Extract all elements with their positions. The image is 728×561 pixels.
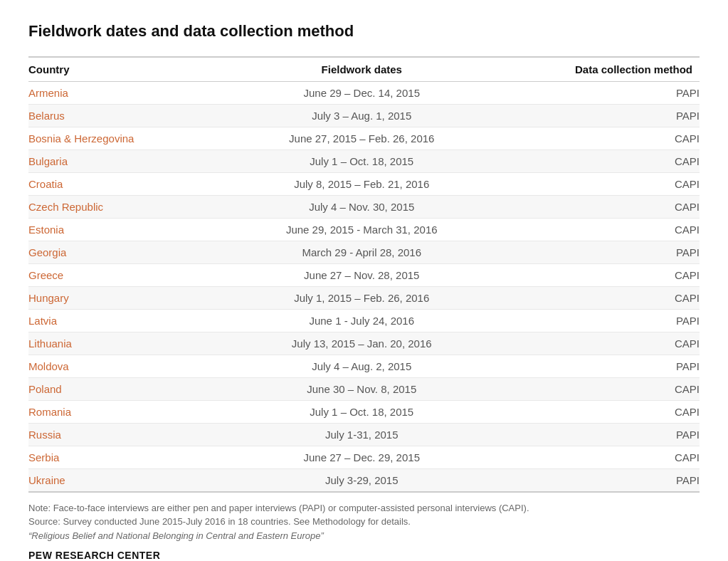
footnote-note: Note: Face-to-face interviews are either… xyxy=(28,501,700,515)
cell-country: Lithuania xyxy=(28,332,185,355)
cell-country: Bulgaria xyxy=(28,150,185,172)
cell-fieldwork: July 1-31, 2015 xyxy=(185,423,503,446)
cell-country: Croatia xyxy=(28,172,185,195)
table-row: BelarusJuly 3 – Aug. 1, 2015PAPI xyxy=(28,104,700,127)
table-row: RussiaJuly 1-31, 2015PAPI xyxy=(28,423,700,446)
table-row: Bosnia & HerzegovinaJune 27, 2015 – Feb.… xyxy=(28,127,700,150)
cell-country: Ukraine xyxy=(28,468,185,492)
cell-method: CAPI xyxy=(503,263,700,286)
cell-country: Moldova xyxy=(28,355,185,377)
cell-fieldwork: June 27 – Nov. 28, 2015 xyxy=(185,263,503,286)
cell-method: PAPI xyxy=(503,355,700,377)
cell-method: PAPI xyxy=(503,309,700,332)
cell-country: Russia xyxy=(28,423,185,446)
cell-country: Poland xyxy=(28,377,185,400)
cell-fieldwork: July 1 – Oct. 18, 2015 xyxy=(185,150,503,172)
table-row: EstoniaJune 29, 2015 - March 31, 2016CAP… xyxy=(28,218,700,241)
cell-fieldwork: July 1, 2015 – Feb. 26, 2016 xyxy=(185,286,503,309)
cell-method: PAPI xyxy=(503,104,700,127)
cell-fieldwork: June 27, 2015 – Feb. 26, 2016 xyxy=(185,127,503,150)
table-row: MoldovaJuly 4 – Aug. 2, 2015PAPI xyxy=(28,355,700,377)
cell-fieldwork: June 29, 2015 - March 31, 2016 xyxy=(185,218,503,241)
cell-country: Greece xyxy=(28,263,185,286)
footnote-source: Source: Survey conducted June 2015-July … xyxy=(28,515,700,529)
table-row: LatviaJune 1 - July 24, 2016PAPI xyxy=(28,309,700,332)
table-row: RomaniaJuly 1 – Oct. 18, 2015CAPI xyxy=(28,400,700,423)
cell-fieldwork: June 29 – Dec. 14, 2015 xyxy=(185,81,503,104)
cell-method: CAPI xyxy=(503,218,700,241)
footnote-section: Note: Face-to-face interviews are either… xyxy=(28,501,700,543)
cell-method: CAPI xyxy=(503,150,700,172)
cell-method: CAPI xyxy=(503,400,700,423)
cell-method: PAPI xyxy=(503,468,700,492)
cell-method: CAPI xyxy=(503,195,700,218)
cell-fieldwork: June 1 - July 24, 2016 xyxy=(185,309,503,332)
page-title: Fieldwork dates and data collection meth… xyxy=(28,21,700,42)
cell-method: CAPI xyxy=(503,127,700,150)
cell-country: Latvia xyxy=(28,309,185,332)
cell-country: Armenia xyxy=(28,81,185,104)
footnote-quote: “Religious Belief and National Belonging… xyxy=(28,529,700,543)
table-row: Czech RepublicJuly 4 – Nov. 30, 2015CAPI xyxy=(28,195,700,218)
cell-method: CAPI xyxy=(503,446,700,468)
table-header-row: Country Fieldwork dates Data collection … xyxy=(28,57,700,82)
cell-fieldwork: July 13, 2015 – Jan. 20, 2016 xyxy=(185,332,503,355)
cell-country: Georgia xyxy=(28,241,185,263)
cell-fieldwork: June 30 – Nov. 8, 2015 xyxy=(185,377,503,400)
table-row: ArmeniaJune 29 – Dec. 14, 2015PAPI xyxy=(28,81,700,104)
cell-fieldwork: July 4 – Aug. 2, 2015 xyxy=(185,355,503,377)
table-row: LithuaniaJuly 13, 2015 – Jan. 20, 2016CA… xyxy=(28,332,700,355)
table-row: GeorgiaMarch 29 - April 28, 2016PAPI xyxy=(28,241,700,263)
table-row: CroatiaJuly 8, 2015 – Feb. 21, 2016CAPI xyxy=(28,172,700,195)
cell-fieldwork: July 4 – Nov. 30, 2015 xyxy=(185,195,503,218)
cell-method: CAPI xyxy=(503,377,700,400)
cell-fieldwork: March 29 - April 28, 2016 xyxy=(185,241,503,263)
table-row: PolandJune 30 – Nov. 8, 2015CAPI xyxy=(28,377,700,400)
cell-method: CAPI xyxy=(503,286,700,309)
cell-method: CAPI xyxy=(503,332,700,355)
cell-country: Hungary xyxy=(28,286,185,309)
cell-method: PAPI xyxy=(503,241,700,263)
col-header-fieldwork: Fieldwork dates xyxy=(185,57,503,82)
data-table: Country Fieldwork dates Data collection … xyxy=(28,56,700,493)
col-header-country: Country xyxy=(28,57,185,82)
cell-fieldwork: June 27 – Dec. 29, 2015 xyxy=(185,446,503,468)
cell-fieldwork: July 3 – Aug. 1, 2015 xyxy=(185,104,503,127)
cell-country: Romania xyxy=(28,400,185,423)
cell-country: Bosnia & Herzegovina xyxy=(28,127,185,150)
cell-country: Czech Republic xyxy=(28,195,185,218)
table-row: SerbiaJune 27 – Dec. 29, 2015CAPI xyxy=(28,446,700,468)
cell-method: CAPI xyxy=(503,172,700,195)
cell-country: Serbia xyxy=(28,446,185,468)
cell-fieldwork: July 3-29, 2015 xyxy=(185,468,503,492)
table-row: HungaryJuly 1, 2015 – Feb. 26, 2016CAPI xyxy=(28,286,700,309)
cell-fieldwork: July 1 – Oct. 18, 2015 xyxy=(185,400,503,423)
cell-country: Estonia xyxy=(28,218,185,241)
table-row: UkraineJuly 3-29, 2015PAPI xyxy=(28,468,700,492)
table-row: BulgariaJuly 1 – Oct. 18, 2015CAPI xyxy=(28,150,700,172)
col-header-method: Data collection method xyxy=(503,57,700,82)
cell-country: Belarus xyxy=(28,104,185,127)
cell-fieldwork: July 8, 2015 – Feb. 21, 2016 xyxy=(185,172,503,195)
branding-label: PEW RESEARCH CENTER xyxy=(28,550,700,561)
table-row: GreeceJune 27 – Nov. 28, 2015CAPI xyxy=(28,263,700,286)
cell-method: PAPI xyxy=(503,81,700,104)
cell-method: PAPI xyxy=(503,423,700,446)
